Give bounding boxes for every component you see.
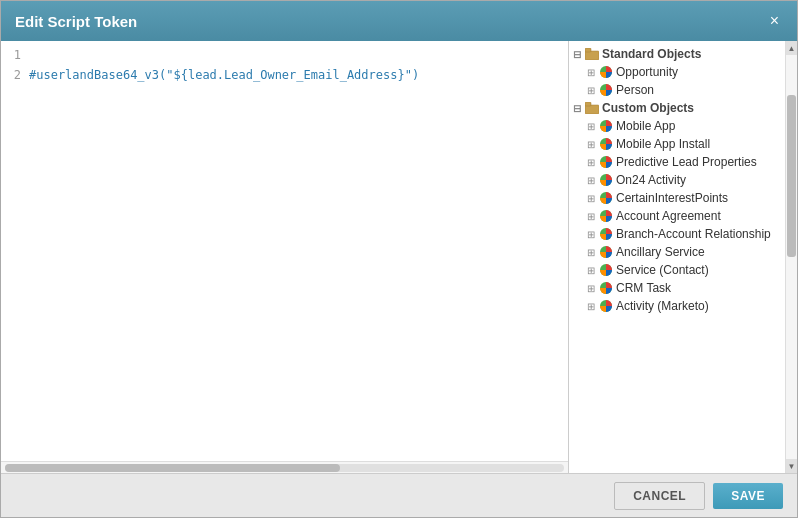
tree-item[interactable]: ⊞CRM Task [569, 279, 785, 297]
expand-icon: ⊞ [585, 121, 597, 132]
svg-rect-0 [585, 51, 599, 60]
modal-footer: CANCEL SAVE [1, 473, 797, 517]
tree-item-label: Service (Contact) [616, 263, 709, 277]
expand-icon: ⊞ [585, 139, 597, 150]
modal-body: 12#userlandBase64_v3("${lead.Lead_Owner_… [1, 41, 797, 473]
close-button[interactable]: × [766, 9, 783, 33]
tree-item[interactable]: ⊞Service (Contact) [569, 261, 785, 279]
tree-item[interactable]: ⊞Predictive Lead Properties [569, 153, 785, 171]
expand-icon: ⊞ [585, 265, 597, 276]
tree-content[interactable]: ⊟Standard Objects⊞Opportunity⊞Person⊟Cus… [569, 41, 785, 473]
tree-item[interactable]: ⊞Mobile App [569, 117, 785, 135]
modal-title: Edit Script Token [15, 13, 137, 30]
expand-icon: ⊟ [571, 49, 583, 60]
tree-item-label: Person [616, 83, 654, 97]
tree-item-label: Predictive Lead Properties [616, 155, 757, 169]
tree-item[interactable]: ⊞Ancillary Service [569, 243, 785, 261]
svg-rect-1 [585, 48, 591, 52]
tree-item-label: CRM Task [616, 281, 671, 295]
tree-item-label: Account Agreement [616, 209, 721, 223]
expand-icon: ⊞ [585, 247, 597, 258]
expand-icon: ⊞ [585, 193, 597, 204]
line-number: 1 [1, 45, 29, 65]
tree-item-label: Branch-Account Relationship [616, 227, 771, 241]
tree-item[interactable]: ⊞On24 Activity [569, 171, 785, 189]
tree-pane: ⊟Standard Objects⊞Opportunity⊞Person⊟Cus… [569, 41, 797, 473]
scroll-up-button[interactable]: ▲ [786, 41, 798, 55]
save-button[interactable]: SAVE [713, 483, 783, 509]
svg-rect-4 [585, 105, 599, 114]
tree-item[interactable]: ⊞CertainInterestPoints [569, 189, 785, 207]
expand-icon: ⊞ [585, 175, 597, 186]
code-line: 2#userlandBase64_v3("${lead.Lead_Owner_E… [1, 65, 568, 85]
scroll-track[interactable] [786, 55, 797, 459]
expand-icon: ⊞ [585, 283, 597, 294]
cancel-button[interactable]: CANCEL [614, 482, 705, 510]
expand-icon: ⊞ [585, 85, 597, 96]
scrollbar-thumb[interactable] [5, 464, 340, 472]
expand-icon: ⊟ [571, 103, 583, 114]
tree-item[interactable]: ⊞Opportunity [569, 63, 785, 81]
tree-item[interactable]: ⊞Account Agreement [569, 207, 785, 225]
tree-item-label: Mobile App [616, 119, 675, 133]
editor-content[interactable]: 12#userlandBase64_v3("${lead.Lead_Owner_… [1, 41, 568, 461]
modal: Edit Script Token × 12#userlandBase64_v3… [0, 0, 798, 518]
scrollbar-track[interactable] [5, 464, 564, 472]
line-code: #userlandBase64_v3("${lead.Lead_Owner_Em… [29, 65, 419, 85]
expand-icon: ⊞ [585, 301, 597, 312]
tree-item-label: Ancillary Service [616, 245, 705, 259]
code-line: 1 [1, 45, 568, 65]
expand-icon: ⊞ [585, 229, 597, 240]
tree-item[interactable]: ⊞Activity (Marketo) [569, 297, 785, 315]
tree-item[interactable]: ⊞Mobile App Install [569, 135, 785, 153]
tree-scroll-area: ⊟Standard Objects⊞Opportunity⊞Person⊟Cus… [569, 41, 797, 473]
expand-icon: ⊞ [585, 67, 597, 78]
expand-icon: ⊞ [585, 157, 597, 168]
tree-item-label: On24 Activity [616, 173, 686, 187]
svg-rect-5 [585, 102, 591, 106]
tree-group-header[interactable]: ⊟Custom Objects [569, 99, 785, 117]
tree-item-label: Activity (Marketo) [616, 299, 709, 313]
tree-group-header[interactable]: ⊟Standard Objects [569, 45, 785, 63]
tree-group-label: Custom Objects [602, 101, 694, 115]
scroll-down-button[interactable]: ▼ [786, 459, 798, 473]
line-number: 2 [1, 65, 29, 85]
editor-horizontal-scrollbar[interactable] [1, 461, 568, 473]
expand-icon: ⊞ [585, 211, 597, 222]
tree-item-label: CertainInterestPoints [616, 191, 728, 205]
tree-item-label: Opportunity [616, 65, 678, 79]
tree-item[interactable]: ⊞Branch-Account Relationship [569, 225, 785, 243]
editor-pane: 12#userlandBase64_v3("${lead.Lead_Owner_… [1, 41, 569, 473]
tree-vertical-scrollbar[interactable]: ▲ ▼ [785, 41, 797, 473]
scroll-thumb[interactable] [787, 95, 796, 257]
tree-item-label: Mobile App Install [616, 137, 710, 151]
tree-group-label: Standard Objects [602, 47, 701, 61]
modal-header: Edit Script Token × [1, 1, 797, 41]
tree-item[interactable]: ⊞Person [569, 81, 785, 99]
